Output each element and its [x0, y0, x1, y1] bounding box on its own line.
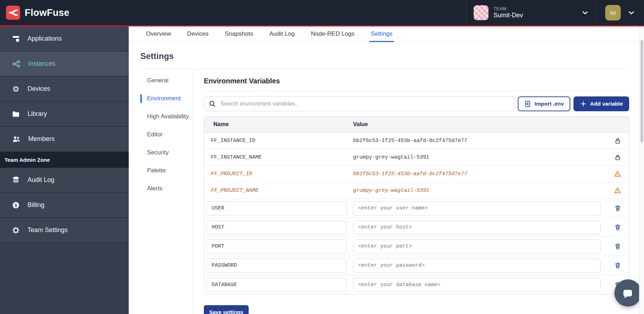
sidebar: Applications Instances Devices [0, 26, 129, 314]
tab-node-red-logs[interactable]: Node-RED Logs [310, 26, 356, 42]
sidebar-item-library[interactable]: Library [0, 102, 129, 127]
env-variables-table: Name Value FF_INSTANCE_ID bb2f6c53-1f25-… [204, 116, 629, 295]
sidebar-item-label: Instances [28, 60, 55, 67]
table-row [204, 237, 629, 256]
brand-name: FlowFuse [25, 7, 69, 18]
chevron-down-icon [627, 8, 636, 17]
import-env-label: Import .env [534, 101, 564, 107]
team-switcher[interactable]: TEAM: Sumit-Dev [466, 0, 596, 25]
add-variable-button[interactable]: Add variable [573, 96, 629, 111]
env-var-name-input[interactable] [207, 220, 347, 235]
section-divider [204, 91, 629, 91]
delete-variable-button[interactable] [606, 205, 629, 212]
sidebar-item-label: Team Settings [28, 226, 68, 234]
env-var-name: FF_PROJECT_ID [204, 171, 353, 177]
tab-settings[interactable]: Settings [369, 26, 394, 42]
subnav-item-security[interactable]: Security [140, 148, 193, 157]
scrollbar-thumb[interactable] [640, 40, 643, 142]
subnav-item-palette[interactable]: Palette [140, 166, 193, 175]
delete-variable-button[interactable] [606, 262, 629, 269]
env-var-value: bb2f6c53-1f25-453b-aafd-0c2f475d7e77 [353, 138, 606, 144]
tab-snapshots[interactable]: Snapshots [223, 26, 254, 42]
env-var-value-input[interactable] [353, 201, 601, 215]
env-var-name: FF_INSTANCE_NAME [204, 154, 353, 160]
subnav-item-general[interactable]: General [140, 76, 193, 85]
env-var-value: bb2f6c53-1f25-453b-aafd-0c2f475d7e77 [353, 171, 606, 177]
sidebar-item-applications[interactable]: Applications [0, 26, 129, 52]
team-label: TEAM: [493, 6, 523, 11]
sidebar-item-instances[interactable]: Instances [0, 52, 129, 77]
user-avatar: su [605, 5, 621, 20]
chat-widget-button[interactable] [614, 279, 642, 307]
lock-icon [606, 154, 629, 161]
header-right: TEAM: Sumit-Dev su [466, 0, 644, 25]
env-var-name-input[interactable] [207, 278, 347, 292]
import-env-button[interactable]: Import .env [518, 96, 570, 111]
search-icon [208, 100, 216, 108]
chat-bubble-icon [621, 286, 635, 300]
column-header-value: Value [353, 121, 606, 128]
team-name: Sumit-Dev [493, 12, 523, 19]
import-icon [524, 100, 531, 107]
env-var-name-input[interactable] [207, 239, 347, 254]
delete-variable-button[interactable] [606, 224, 629, 231]
tab-devices[interactable]: Devices [186, 26, 210, 42]
env-controls: Import .env Add variable [204, 96, 629, 111]
svg-text:$: $ [14, 202, 17, 208]
instances-icon [12, 59, 21, 69]
table-row: FF_INSTANCE_ID bb2f6c53-1f25-453b-aafd-0… [204, 132, 629, 149]
sidebar-item-label: Library [28, 110, 47, 118]
main-content: Overview Devices Snapshots Audit Log Nod… [129, 26, 644, 314]
table-row [204, 275, 629, 294]
sidebar-item-audit-log[interactable]: Audit Log [0, 168, 129, 193]
library-icon [12, 110, 20, 118]
table-row: FF_INSTANCE_NAME grumpy-grey-wagtail-539… [204, 149, 629, 166]
sidebar-item-label: Devices [28, 85, 50, 93]
team-avatar [474, 5, 488, 20]
save-settings-button[interactable]: Save settings [204, 305, 249, 314]
tab-audit-log[interactable]: Audit Log [268, 26, 296, 42]
env-var-value-input[interactable] [353, 259, 601, 273]
audit-log-icon [12, 176, 20, 184]
flowfuse-app: { "header": { "brand": "FlowFuse", "team… [0, 0, 644, 314]
subnav-item-editor[interactable]: Editor [140, 130, 193, 139]
settings-subnav: General Environment High Availability Ed… [140, 69, 193, 314]
scrollbar-track[interactable] [639, 26, 644, 314]
env-var-value-input[interactable] [353, 220, 601, 235]
delete-variable-button[interactable] [606, 243, 629, 250]
column-header-name: Name [204, 121, 353, 128]
sidebar-item-label: Applications [28, 35, 62, 42]
subnav-item-environment[interactable]: Environment [140, 94, 193, 103]
sidebar-item-team-settings[interactable]: Team Settings [0, 218, 129, 243]
warning-icon [606, 186, 629, 194]
add-variable-label: Add variable [590, 101, 623, 107]
search-input[interactable] [204, 96, 515, 111]
table-row [204, 218, 629, 237]
page-title: Settings [140, 51, 644, 61]
table-row [204, 199, 629, 218]
plus-icon [580, 100, 587, 107]
billing-icon: $ [12, 201, 20, 209]
subnav-item-alerts[interactable]: Alerts [140, 184, 193, 193]
warning-icon [606, 170, 629, 178]
team-settings-icon [12, 226, 20, 235]
user-menu[interactable]: su [596, 0, 644, 25]
subnav-item-high-availability[interactable]: High Availability [140, 112, 193, 121]
env-var-name-input[interactable] [207, 201, 347, 215]
brand[interactable]: FlowFuse [6, 6, 69, 20]
sidebar-item-members[interactable]: Members [0, 127, 129, 152]
sidebar-item-devices[interactable]: Devices [0, 77, 129, 102]
section-title: Environment Variables [204, 77, 629, 85]
env-var-name-input[interactable] [207, 259, 347, 273]
env-var-value: grumpy-grey-wagtail-5391 [353, 188, 606, 194]
applications-icon [12, 35, 20, 43]
lock-icon [606, 137, 629, 144]
table-header: Name Value [204, 117, 629, 132]
sidebar-item-billing[interactable]: $ Billing [0, 193, 129, 218]
env-var-value-input[interactable] [353, 239, 601, 254]
devices-icon [12, 85, 20, 93]
tab-overview[interactable]: Overview [145, 26, 172, 42]
env-var-value-input[interactable] [353, 278, 601, 292]
flowfuse-logo-icon [6, 6, 20, 20]
team-admin-zone-label: Team Admin Zone [0, 152, 129, 168]
